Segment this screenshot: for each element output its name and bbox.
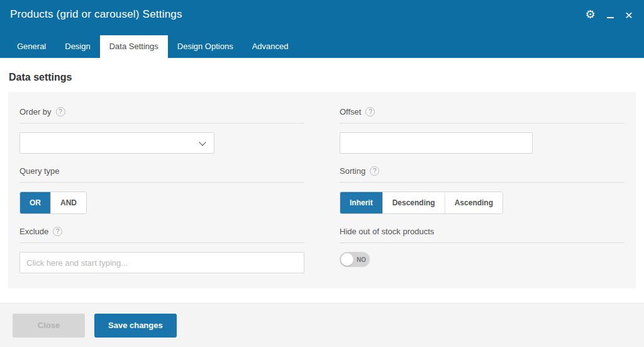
field-query-type: Query type OR AND (19, 166, 304, 214)
window-controls: ⚙ × (586, 8, 633, 21)
field-sorting: Sorting ? Inherit Descending Ascending (340, 166, 625, 214)
close-icon[interactable]: × (625, 8, 633, 21)
close-button[interactable]: Close (13, 314, 85, 338)
query-type-or-button[interactable]: OR (20, 192, 51, 213)
order-by-label: Order by (19, 107, 52, 117)
query-type-group: OR AND (19, 191, 87, 214)
settings-gear-icon[interactable]: ⚙ (586, 8, 596, 21)
data-settings-panel: Order by ? Offset ? Query type OR AND (8, 92, 636, 288)
field-hide-out-of-stock: Hide out of stock products NO (340, 227, 625, 273)
offset-label: Offset (340, 107, 361, 117)
offset-input[interactable] (340, 132, 533, 154)
toggle-knob (341, 253, 353, 266)
window-title: Products (grid or carousel) Settings (10, 8, 182, 21)
offset-help-icon[interactable]: ? (365, 107, 375, 117)
sorting-descending-button[interactable]: Descending (383, 192, 445, 213)
tab-general[interactable]: General (8, 35, 55, 58)
settings-tabbar: General Design Data Settings Design Opti… (0, 29, 644, 58)
order-by-select[interactable] (19, 132, 214, 154)
toggle-state-label: NO (357, 256, 366, 263)
sorting-help-icon[interactable]: ? (370, 166, 379, 176)
minimize-icon[interactable] (607, 8, 614, 21)
exclude-input[interactable] (19, 252, 304, 273)
save-changes-button[interactable]: Save changes (94, 314, 177, 338)
page-title: Data settings (9, 72, 644, 83)
exclude-label: Exclude (19, 227, 48, 236)
field-exclude: Exclude ? (19, 227, 304, 273)
query-type-and-button[interactable]: AND (51, 192, 86, 213)
tab-advanced[interactable]: Advanced (243, 35, 298, 58)
tab-data-settings[interactable]: Data Settings (100, 35, 168, 58)
field-order-by: Order by ? (19, 107, 304, 154)
chevron-down-icon (199, 139, 206, 145)
hide-out-of-stock-label: Hide out of stock products (340, 227, 434, 236)
window-titlebar: Products (grid or carousel) Settings ⚙ × (0, 0, 644, 29)
tab-design[interactable]: Design (55, 35, 99, 58)
field-offset: Offset ? (340, 107, 625, 154)
exclude-help-icon[interactable]: ? (53, 227, 62, 236)
sorting-label: Sorting (340, 166, 365, 176)
sorting-group: Inherit Descending Ascending (340, 191, 503, 214)
hide-out-of-stock-toggle[interactable]: NO (340, 252, 370, 267)
footer-bar: Close Save changes (0, 303, 644, 347)
sorting-ascending-button[interactable]: Ascending (445, 192, 502, 213)
order-by-help-icon[interactable]: ? (56, 107, 65, 117)
tab-design-options[interactable]: Design Options (168, 35, 243, 58)
sorting-inherit-button[interactable]: Inherit (340, 192, 383, 213)
query-type-label: Query type (19, 166, 60, 176)
